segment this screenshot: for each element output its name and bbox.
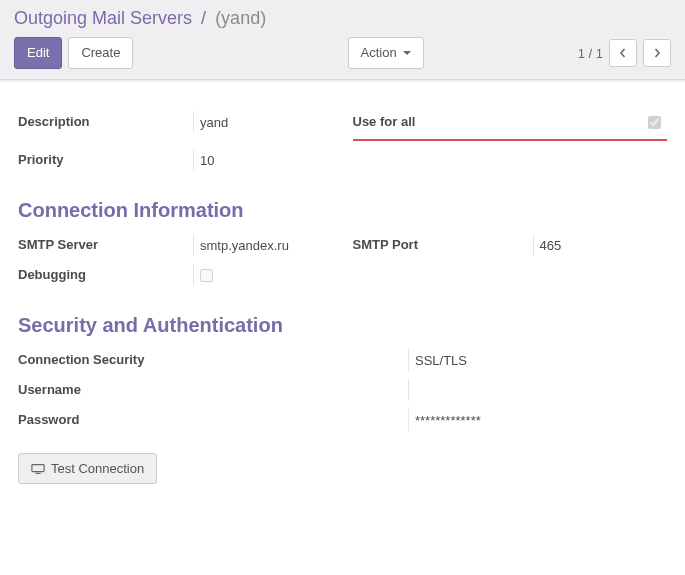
edit-button[interactable]: Edit [14, 37, 62, 69]
action-label: Action [361, 44, 397, 62]
username-value [408, 379, 667, 401]
debugging-label: Debugging [18, 264, 193, 286]
username-label: Username [18, 379, 388, 400]
breadcrumb: Outgoing Mail Servers / (yand) [14, 8, 671, 29]
debugging-checkbox[interactable] [200, 269, 213, 282]
priority-label: Priority [18, 149, 193, 171]
breadcrumb-current: (yand) [215, 8, 266, 28]
create-button[interactable]: Create [68, 37, 133, 69]
test-connection-label: Test Connection [51, 461, 144, 476]
chevron-left-icon [618, 48, 628, 58]
connection-security-value: SSL/TLS [408, 349, 667, 371]
useforall-label: Use for all [353, 111, 533, 133]
pager-text: 1 / 1 [578, 46, 603, 61]
description-value: yand [193, 111, 333, 133]
pager-next-button[interactable] [643, 39, 671, 67]
section-security-title: Security and Authentication [18, 314, 667, 337]
action-dropdown[interactable]: Action [348, 37, 424, 69]
pager-prev-button[interactable] [609, 39, 637, 67]
chevron-right-icon [652, 48, 662, 58]
test-connection-button[interactable]: Test Connection [18, 453, 157, 484]
monitor-icon [31, 463, 45, 475]
breadcrumb-parent[interactable]: Outgoing Mail Servers [14, 8, 192, 28]
password-value: ************* [408, 409, 667, 431]
smtp-server-value: smtp.yandex.ru [193, 234, 333, 256]
smtp-port-label: SMTP Port [353, 234, 533, 256]
useforall-checkbox[interactable] [648, 116, 661, 129]
priority-value: 10 [193, 149, 333, 171]
description-label: Description [18, 111, 193, 133]
smtp-port-value: 465 [533, 234, 668, 256]
smtp-server-label: SMTP Server [18, 234, 193, 256]
password-label: Password [18, 409, 388, 430]
section-connection-title: Connection Information [18, 199, 667, 222]
breadcrumb-sep: / [201, 8, 206, 28]
connection-security-label: Connection Security [18, 349, 388, 370]
svg-rect-0 [32, 464, 44, 471]
caret-down-icon [403, 51, 411, 55]
